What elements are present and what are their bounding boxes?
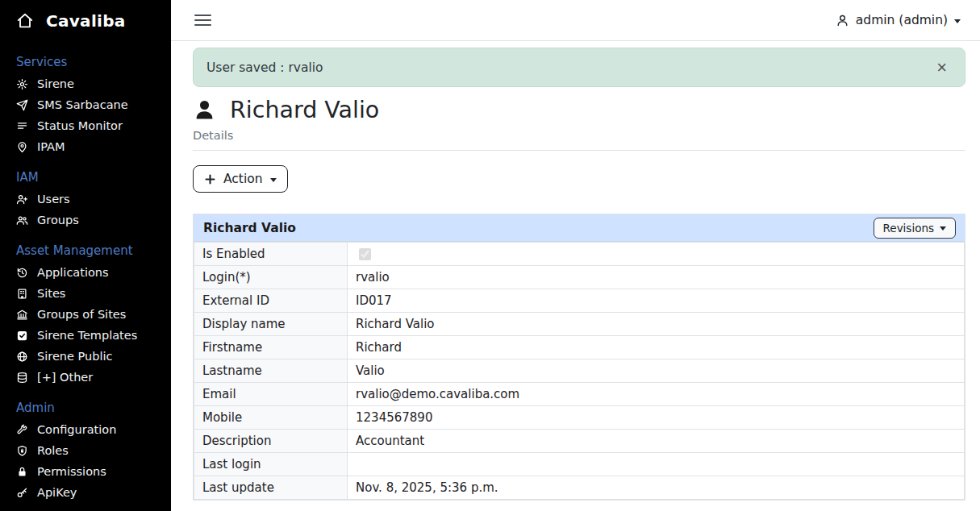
brand[interactable]: Cavaliba bbox=[16, 11, 165, 31]
bank-icon bbox=[16, 309, 28, 321]
table-row: Is Enabled bbox=[194, 243, 965, 266]
field-label: Lastname bbox=[194, 359, 348, 383]
sidebar-item-users[interactable]: Users bbox=[16, 189, 165, 210]
sidebar-item-apikey[interactable]: ApiKey bbox=[16, 482, 165, 503]
field-value: 1234567890 bbox=[348, 406, 965, 430]
field-label: Description bbox=[194, 430, 348, 453]
field-label: Display name bbox=[194, 313, 348, 336]
sidebar-item-permissions[interactable]: Permissions bbox=[16, 461, 165, 482]
key-icon bbox=[16, 487, 28, 499]
geo-pin-icon bbox=[16, 141, 28, 153]
globe-icon bbox=[16, 351, 28, 363]
action-button-label: Action bbox=[223, 172, 263, 186]
person-icon bbox=[836, 14, 849, 27]
person-fill-icon bbox=[193, 98, 216, 122]
revisions-button[interactable]: Revisions bbox=[874, 218, 956, 239]
field-label: Last login bbox=[194, 453, 348, 476]
sidebar-item-groups[interactable]: Groups bbox=[16, 210, 165, 231]
details-table: Is Enabled Login(*) rvalio External ID I… bbox=[194, 242, 965, 500]
send-icon bbox=[16, 99, 28, 111]
people-icon bbox=[16, 214, 28, 226]
field-label: Last update bbox=[194, 476, 348, 500]
person-plus-icon bbox=[16, 193, 28, 206]
building-icon bbox=[16, 288, 28, 300]
table-row: Last update Nov. 8, 2025, 5:36 p.m. bbox=[194, 476, 965, 500]
home-icon bbox=[16, 12, 34, 30]
sidebar-item-sites[interactable]: Sites bbox=[16, 283, 165, 304]
sidebar-item-sirene[interactable]: Sirene bbox=[16, 73, 165, 94]
close-icon[interactable]: × bbox=[932, 57, 952, 78]
shield-lock-icon bbox=[16, 445, 28, 457]
sidebar-item-sirene-templates[interactable]: Sirene Templates bbox=[16, 325, 165, 346]
field-value: Richard bbox=[348, 336, 965, 359]
table-row: Last login bbox=[194, 453, 965, 476]
field-label: Is Enabled bbox=[194, 243, 348, 266]
chevron-down-icon bbox=[940, 226, 946, 231]
sidebar-item-label: Roles bbox=[37, 444, 69, 457]
sidebar-item-status-monitor[interactable]: Status Monitor bbox=[16, 115, 165, 136]
page-subtitle: Details bbox=[193, 129, 965, 142]
sidebar-item-label: Groups bbox=[37, 214, 79, 226]
table-row: Lastname Valio bbox=[194, 359, 965, 383]
sidebar-item-sms-sarbacane[interactable]: SMS Sarbacane bbox=[16, 94, 165, 115]
sidebar-item-label: IPAM bbox=[37, 140, 65, 153]
page-content: User saved : rvalio × Richard Valio Deta… bbox=[171, 41, 980, 511]
field-value: Richard Valio bbox=[348, 313, 965, 336]
sidebar-item-configuration[interactable]: Configuration bbox=[16, 419, 165, 440]
sidebar-item-label: ApiKey bbox=[37, 486, 77, 499]
field-value: Nov. 8, 2025, 5:36 p.m. bbox=[348, 476, 965, 500]
table-row: Email rvalio@demo.cavaliba.com bbox=[194, 383, 965, 406]
table-row: Mobile 1234567890 bbox=[194, 406, 965, 430]
sidebar: Cavaliba Services Sirene SMS Sarbacane S… bbox=[0, 0, 171, 511]
table-row: Display name Richard Valio bbox=[194, 313, 965, 336]
sidebar-item-applications[interactable]: Applications bbox=[16, 262, 165, 283]
lock-icon bbox=[16, 466, 28, 478]
user-menu[interactable]: admin (admin) bbox=[836, 13, 961, 27]
sidebar-section-asset-management: Asset Management bbox=[16, 243, 165, 258]
field-label: Mobile bbox=[194, 406, 348, 430]
alert-message: User saved : rvalio bbox=[206, 60, 323, 75]
sidebar-item-groups-of-sites[interactable]: Groups of Sites bbox=[16, 304, 165, 325]
history-icon bbox=[16, 267, 28, 279]
gear-icon bbox=[16, 78, 28, 90]
top-navbar: admin (admin) bbox=[171, 0, 980, 41]
field-value: Accountant bbox=[348, 430, 965, 453]
brand-name: Cavaliba bbox=[46, 11, 126, 31]
field-label: External ID bbox=[194, 289, 348, 313]
action-button[interactable]: Action bbox=[193, 165, 288, 193]
success-alert: User saved : rvalio × bbox=[193, 48, 965, 87]
page-heading: Richard Valio bbox=[193, 97, 965, 123]
sidebar-item-label: Status Monitor bbox=[37, 119, 123, 132]
sidebar-item-ipam[interactable]: IPAM bbox=[16, 136, 165, 157]
field-value bbox=[348, 453, 965, 476]
table-row: Description Accountant bbox=[194, 430, 965, 453]
sidebar-item-label: Permissions bbox=[37, 465, 106, 478]
sidebar-item-label: Applications bbox=[37, 266, 109, 279]
sidebar-item-roles[interactable]: Roles bbox=[16, 440, 165, 461]
sidebar-section-services: Services bbox=[16, 55, 165, 69]
field-value: rvalio@demo.cavaliba.com bbox=[348, 383, 965, 406]
table-row: Login(*) rvalio bbox=[194, 266, 965, 289]
hamburger-icon[interactable] bbox=[193, 11, 213, 29]
sidebar-item-other[interactable]: [+] Other bbox=[16, 367, 165, 388]
sidebar-item-label: [+] Other bbox=[37, 371, 93, 384]
check-square-icon bbox=[16, 330, 28, 342]
sidebar-section-iam: IAM bbox=[16, 170, 165, 185]
field-value: rvalio bbox=[348, 266, 965, 289]
user-menu-label: admin (admin) bbox=[856, 13, 948, 27]
plus-icon bbox=[204, 173, 216, 185]
card-title: Richard Valio bbox=[197, 221, 296, 235]
table-row: Firstname Richard bbox=[194, 336, 965, 359]
database-icon bbox=[16, 372, 28, 384]
chevron-down-icon bbox=[270, 178, 277, 182]
is-enabled-checkbox bbox=[359, 248, 371, 260]
field-value: Valio bbox=[348, 359, 965, 383]
sidebar-item-sirene-public[interactable]: Sirene Public bbox=[16, 346, 165, 367]
sidebar-item-label: Sirene bbox=[37, 77, 74, 90]
sidebar-item-label: SMS Sarbacane bbox=[37, 98, 128, 111]
sidebar-item-label: Groups of Sites bbox=[37, 308, 126, 321]
revisions-button-label: Revisions bbox=[883, 222, 934, 235]
field-value bbox=[348, 243, 965, 266]
wrench-icon bbox=[16, 424, 28, 436]
field-value: ID017 bbox=[348, 289, 965, 313]
